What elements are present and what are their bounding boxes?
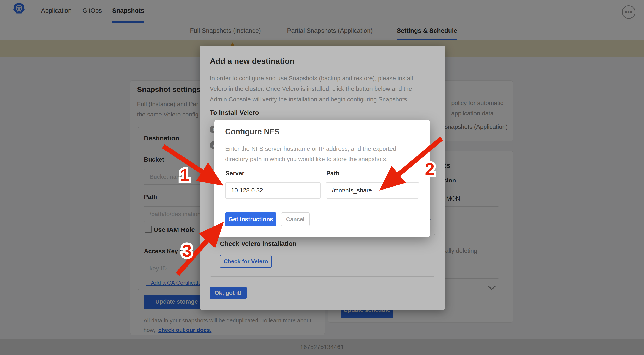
admin-console-screen: Application GitOps Snapshots ••• Full Sn… (0, 0, 644, 355)
nfs-server-input[interactable] (225, 182, 321, 199)
configure-nfs-modal: Configure NFS Enter the NFS server hostn… (214, 120, 430, 237)
configure-nfs-title: Configure NFS (225, 127, 280, 136)
nfs-description-line2: directory path in which you would like t… (225, 154, 388, 164)
get-instructions-button[interactable]: Get instructions (225, 212, 276, 226)
nfs-description-line1: Enter the NFS server hostname or IP addr… (225, 144, 396, 154)
cancel-button[interactable]: Cancel (281, 212, 310, 226)
nfs-path-input[interactable] (326, 182, 419, 199)
path-label: Path (326, 170, 340, 177)
server-label: Server (226, 170, 244, 177)
